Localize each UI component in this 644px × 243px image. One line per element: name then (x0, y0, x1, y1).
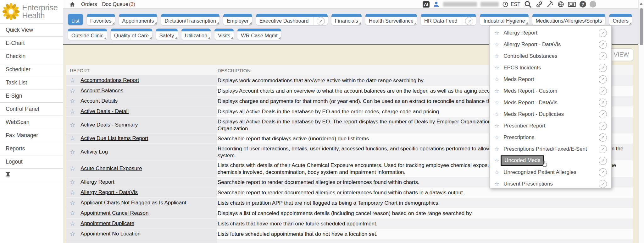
report-link[interactable]: Acute Chemical Exposure (80, 165, 142, 172)
tab[interactable]: Utilization (181, 29, 211, 40)
user-icon[interactable] (433, 1, 440, 8)
tab[interactable]: Industrial Hygiene (480, 14, 528, 25)
sidebar-item[interactable]: Fax Manager (0, 129, 63, 142)
favorite-star-icon[interactable]: ☆ (494, 53, 499, 59)
report-link[interactable]: Active Deals - Detail (80, 108, 129, 115)
home-icon[interactable] (69, 1, 75, 7)
open-report-arrow-icon[interactable]: ↗ (599, 40, 607, 49)
scroll-thumb[interactable] (640, 8, 643, 45)
favorite-star-icon[interactable]: ☆ (70, 210, 75, 217)
sidebar-item[interactable]: E-Sign (0, 89, 63, 103)
breadcrumb-orders[interactable]: Orders (81, 1, 97, 7)
menu-item[interactable]: ☆ Uncoded Meds ↗ (490, 155, 611, 166)
tab[interactable]: Visits (214, 29, 234, 40)
menu-item[interactable]: ☆ EPCS Incidents ↗ (490, 62, 611, 73)
favorite-star-icon[interactable]: ☆ (70, 122, 75, 128)
menu-item[interactable]: ☆ Allergy Report ↗ (490, 27, 611, 39)
open-report-arrow-icon[interactable]: ↗ (599, 110, 607, 118)
tab[interactable]: Medications/Allergies/Scripts (532, 14, 606, 25)
keyboard-icon[interactable] (568, 1, 576, 8)
favorite-star-icon[interactable]: ☆ (494, 146, 499, 152)
open-report-arrow-icon[interactable]: ↗ (599, 168, 607, 176)
tab[interactable]: Employer (223, 14, 252, 25)
report-link[interactable]: Activity Log (80, 149, 108, 155)
menu-item[interactable]: ☆ Allergy Report - DataVis ↗ (490, 39, 611, 50)
tab[interactable]: Executive Dashboard ↗ (256, 14, 328, 25)
menu-item[interactable]: ☆ Unsent Prescriptions ↗ (490, 178, 611, 190)
open-report-arrow-icon[interactable]: ↗ (599, 52, 607, 60)
vertical-scrollbar[interactable] (638, 0, 644, 243)
open-report-arrow-icon[interactable]: ↗ (599, 157, 607, 165)
sidebar-item[interactable]: Control Panel (0, 103, 63, 116)
open-report-arrow-icon[interactable]: ↗ (599, 75, 607, 84)
favorite-star-icon[interactable]: ☆ (494, 122, 499, 129)
external-link-icon[interactable]: ↗ (465, 17, 473, 25)
wand-icon[interactable] (547, 1, 554, 8)
favorite-star-icon[interactable]: ☆ (494, 41, 499, 48)
favorite-star-icon[interactable]: ☆ (70, 179, 75, 186)
menu-item[interactable]: ☆ Prescriptions Printed/Faxed/E-Sent ↗ (490, 143, 611, 155)
tab[interactable]: Outside Clinic (68, 29, 107, 40)
favorite-star-icon[interactable]: ☆ (70, 199, 75, 206)
open-report-arrow-icon[interactable]: ↗ (599, 145, 607, 153)
open-report-arrow-icon[interactable]: ↗ (599, 64, 607, 72)
tab[interactable]: Appointments (119, 14, 158, 25)
favorite-star-icon[interactable]: ☆ (494, 134, 499, 141)
menu-item[interactable]: ☆ Controlled Substances ↗ (490, 50, 611, 62)
favorite-star-icon[interactable]: ☆ (494, 169, 499, 176)
favorite-star-icon[interactable]: ☆ (70, 77, 75, 84)
sidebar-item[interactable]: Quick View (0, 24, 63, 37)
menu-item[interactable]: ☆ Meds Report - Duplicates ↗ (490, 108, 611, 120)
help-icon[interactable]: ? (580, 1, 586, 8)
favorite-star-icon[interactable]: ☆ (494, 64, 499, 71)
sidebar-item[interactable]: Reports (0, 142, 63, 155)
open-report-arrow-icon[interactable]: ↗ (599, 180, 607, 188)
favorite-star-icon[interactable]: ☆ (70, 148, 75, 155)
favorite-star-icon[interactable]: ☆ (494, 157, 499, 164)
tab[interactable]: Favorites (87, 14, 115, 25)
report-link[interactable]: Appointment Duplicate (80, 220, 134, 227)
report-link[interactable]: Active Due List Items Report (80, 135, 148, 142)
favorite-star-icon[interactable]: ☆ (70, 189, 75, 196)
menu-item[interactable]: ☆ Prescriptions ↗ (490, 132, 611, 143)
globe-icon[interactable] (557, 1, 564, 8)
favorite-star-icon[interactable]: ☆ (70, 87, 75, 94)
menu-item[interactable]: ☆ Meds Report ↗ (490, 73, 611, 85)
open-report-arrow-icon[interactable]: ↗ (599, 99, 607, 107)
report-link[interactable]: Account Details (80, 98, 118, 104)
favorite-star-icon[interactable]: ☆ (494, 30, 499, 36)
tab[interactable]: Health Surveillance (365, 14, 417, 25)
menu-item[interactable]: ☆ Meds Report - Custom ↗ (490, 85, 611, 97)
favorite-star-icon[interactable]: ☆ (70, 220, 75, 227)
report-link[interactable]: Allergy Report (80, 179, 114, 185)
report-link[interactable]: Allergy Report - DataVis (80, 189, 138, 196)
ai-badge[interactable]: AI (423, 1, 430, 8)
tab[interactable]: Financials (331, 14, 362, 25)
favorite-star-icon[interactable]: ☆ (494, 88, 499, 94)
report-link[interactable]: Applicant Charts Not Flagged as Is Appli… (80, 200, 186, 206)
favorite-star-icon[interactable]: ☆ (70, 230, 75, 237)
favorite-star-icon[interactable]: ☆ (494, 111, 499, 117)
sidebar-pin-row[interactable] (0, 169, 63, 182)
external-link-icon[interactable]: ↗ (317, 17, 325, 25)
tab[interactable]: List (68, 14, 83, 25)
favorite-star-icon[interactable]: ☆ (494, 76, 499, 83)
scroll-up-arrow[interactable] (640, 3, 643, 5)
menu-item[interactable]: ☆ Prescriber Report ↗ (490, 120, 611, 132)
open-report-arrow-icon[interactable]: ↗ (599, 122, 607, 130)
search-icon[interactable] (524, 0, 532, 8)
favorite-star-icon[interactable]: ☆ (70, 165, 75, 172)
tab[interactable]: Safety (156, 29, 178, 40)
open-report-arrow-icon[interactable]: ↗ (599, 133, 607, 142)
tab[interactable]: Quality of Care (111, 29, 152, 40)
sidebar-item[interactable]: Scheduler (0, 63, 63, 76)
sidebar-item[interactable]: Checkin (0, 50, 63, 63)
menu-item[interactable]: ☆ Unrecognized Patient Allergies ↗ (490, 166, 611, 178)
sidebar-item[interactable]: Logout (0, 155, 63, 169)
open-report-arrow-icon[interactable]: ↗ (599, 29, 607, 37)
report-link[interactable]: Appointment No Location (80, 231, 141, 237)
report-link[interactable]: Appointment Cancel Reason (80, 210, 148, 216)
sidebar-item[interactable]: WebScan (0, 116, 63, 129)
enterprise-health-logo[interactable]: /* petals drawn below via JS-free static… (0, 0, 63, 23)
menu-item[interactable]: ☆ Meds Report - DataVis ↗ (490, 97, 611, 108)
